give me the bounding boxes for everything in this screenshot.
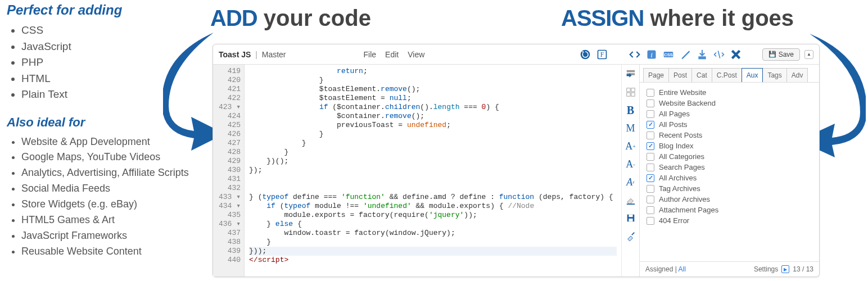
- svg-rect-12: [626, 93, 630, 96]
- tab-tags[interactable]: Tags: [762, 68, 786, 82]
- left-item: Social Media Feeds: [21, 181, 204, 197]
- tool-clean-icon[interactable]: [625, 230, 637, 242]
- checkbox[interactable]: [647, 174, 654, 182]
- tab-cat[interactable]: Cat: [691, 68, 712, 82]
- assign-item[interactable]: All Categories: [647, 151, 812, 162]
- heading-add: ADD your code: [210, 6, 371, 31]
- heading-assign: ASSIGN where it goes: [561, 6, 794, 31]
- expand-toggle[interactable]: ▲: [804, 50, 813, 59]
- checkbox[interactable]: [647, 142, 654, 150]
- left-item: HTML5 Games & Art: [21, 212, 204, 228]
- code-area[interactable]: 419420421422423 ▾42442542642742842943043…: [213, 65, 621, 277]
- save-button[interactable]: Save: [762, 48, 800, 61]
- tool-font-increase[interactable]: A+: [625, 140, 637, 152]
- checkbox[interactable]: [647, 89, 654, 97]
- svg-text:F: F: [600, 51, 604, 58]
- tool-eraser-icon[interactable]: [625, 194, 637, 206]
- assign-footer: Assigned | All Settings ▶ 13 / 13: [640, 261, 819, 277]
- tab-post[interactable]: Post: [668, 68, 692, 82]
- checkbox[interactable]: [647, 217, 654, 225]
- svg-rect-10: [626, 88, 630, 92]
- assign-item[interactable]: Search Pages: [647, 162, 812, 173]
- checkbox[interactable]: [647, 153, 654, 161]
- code-content[interactable]: return; } $toastElement.remove(); $toast…: [245, 65, 621, 277]
- assign-label: All Categories: [659, 152, 704, 161]
- editor-menu: File Edit View: [364, 50, 425, 59]
- checkbox[interactable]: [647, 121, 654, 129]
- checkbox[interactable]: [647, 196, 654, 203]
- assign-item[interactable]: Blog Index: [647, 140, 812, 151]
- assign-label: Entire Website: [659, 88, 706, 97]
- export-icon[interactable]: [696, 48, 708, 61]
- tool-font-style[interactable]: Ar: [625, 176, 637, 188]
- tool-bold[interactable]: B: [625, 104, 637, 116]
- tab-aux[interactable]: Aux: [742, 68, 763, 82]
- checkbox[interactable]: [647, 206, 654, 214]
- assign-item[interactable]: Author Archives: [647, 194, 812, 205]
- tool-grid-icon[interactable]: [625, 86, 637, 98]
- font-icon[interactable]: F: [596, 48, 608, 61]
- line-gutter: 419420421422423 ▾42442542642742842943043…: [213, 65, 245, 277]
- close-icon[interactable]: [730, 48, 742, 61]
- footer-settings[interactable]: Settings: [754, 265, 778, 273]
- svg-rect-14: [626, 203, 634, 205]
- assign-label: 404 Error: [659, 216, 689, 225]
- left-item: JavaScript Frameworks: [21, 228, 204, 244]
- assign-label: All Posts: [659, 120, 688, 129]
- assign-label: Attachment Pages: [659, 206, 718, 214]
- assign-item[interactable]: Attachment Pages: [647, 205, 812, 215]
- assign-list: Entire WebsiteWebsite BackendAll PagesAl…: [640, 83, 819, 261]
- svg-line-18: [631, 233, 634, 235]
- assign-label: All Archives: [659, 174, 697, 182]
- side-tools: B M A+ A- Ar: [621, 65, 639, 277]
- info-icon[interactable]: i: [645, 48, 658, 61]
- code-icon[interactable]: [629, 48, 641, 61]
- tab-page[interactable]: Page: [643, 68, 669, 82]
- footer-assigned[interactable]: Assigned | All: [645, 265, 686, 273]
- menu-view[interactable]: View: [408, 50, 424, 59]
- brush-icon[interactable]: [679, 48, 691, 61]
- tab-adv[interactable]: Adv: [786, 68, 808, 82]
- tab-cpost[interactable]: C.Post: [712, 68, 742, 82]
- assign-item[interactable]: Entire Website: [647, 87, 812, 98]
- assign-item[interactable]: Recent Posts: [647, 130, 812, 140]
- assign-item[interactable]: All Posts: [647, 119, 812, 130]
- tool-font-decrease[interactable]: A-: [625, 158, 637, 170]
- editor-body: 419420421422423 ▾42442542642742842943043…: [213, 65, 819, 277]
- assign-label: Tag Archives: [659, 184, 700, 193]
- svg-text:i: i: [650, 51, 653, 59]
- left-item: Reusable Website Content: [21, 244, 204, 260]
- tool-save-icon[interactable]: [625, 212, 637, 224]
- footer-play-icon[interactable]: ▶: [781, 265, 789, 273]
- footer-count: 13 / 13: [793, 265, 813, 273]
- assign-item[interactable]: All Pages: [647, 108, 812, 119]
- menu-file[interactable]: File: [364, 50, 377, 59]
- svg-rect-11: [631, 88, 634, 92]
- checkbox[interactable]: [647, 110, 654, 118]
- share-icon[interactable]: [713, 48, 725, 61]
- toolbar-icons: F i CSS Save ▲: [579, 48, 813, 61]
- assign-panel: PagePostCatC.PostAuxTagsAdv Entire Websi…: [639, 65, 819, 277]
- svg-rect-7: [698, 56, 706, 59]
- assign-item[interactable]: Tag Archives: [647, 183, 812, 194]
- assign-item[interactable]: All Archives: [647, 173, 812, 183]
- tool-indent-icon[interactable]: [625, 68, 637, 80]
- editor-toolbar: Toast JS | Master File Edit View F i CSS…: [213, 44, 819, 65]
- left-item: Store Widgets (e.g. eBay): [21, 197, 204, 212]
- left-item: Analytics, Advertising, Affiliate Script…: [21, 165, 204, 181]
- assign-label: Search Pages: [659, 163, 705, 171]
- checkbox[interactable]: [647, 185, 654, 193]
- svg-rect-17: [629, 219, 632, 221]
- menu-edit[interactable]: Edit: [385, 50, 399, 59]
- checkbox[interactable]: [647, 99, 654, 107]
- assign-item[interactable]: 404 Error: [647, 215, 812, 226]
- tool-m[interactable]: M: [625, 122, 637, 134]
- refresh-icon[interactable]: [579, 48, 591, 61]
- css-icon[interactable]: CSS: [662, 48, 675, 61]
- assign-tabs: PagePostCatC.PostAuxTagsAdv: [640, 65, 819, 83]
- checkbox[interactable]: [647, 132, 654, 139]
- assign-label: All Pages: [659, 110, 690, 118]
- checkbox[interactable]: [647, 164, 654, 171]
- assign-label: Blog Index: [659, 142, 693, 150]
- assign-item[interactable]: Website Backend: [647, 98, 812, 108]
